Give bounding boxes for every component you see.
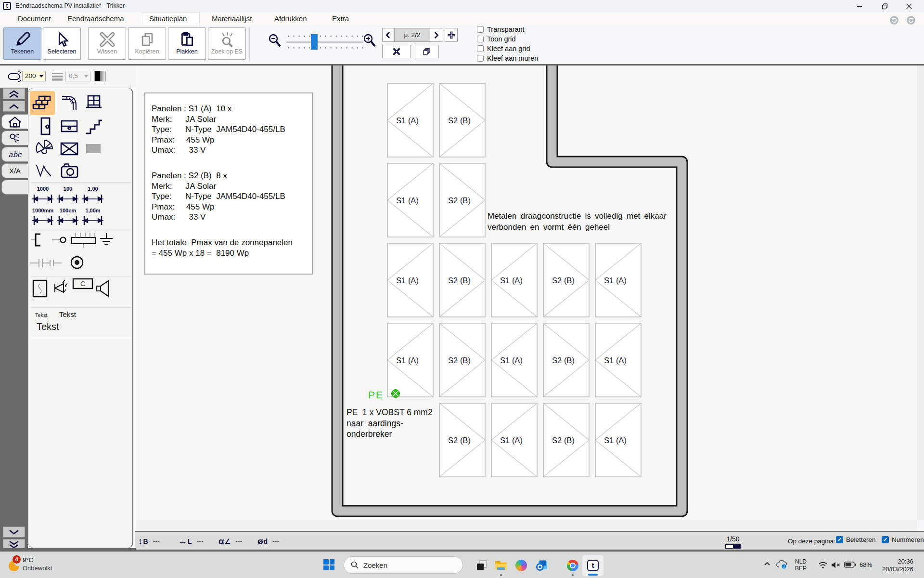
battery-icon[interactable]	[844, 562, 856, 568]
restore-button[interactable]	[873, 0, 896, 13]
solar-panel[interactable]: S2 (B)	[439, 323, 485, 397]
solar-panel[interactable]: S1 (A)	[595, 403, 641, 477]
wall-light-icon[interactable]	[29, 232, 49, 248]
text-sample-medium[interactable]: Tekst	[59, 310, 76, 318]
measure-tool-L[interactable]: ↔L---	[178, 536, 204, 547]
dimension-tool-1-00-icon[interactable]	[81, 192, 105, 205]
solar-panel[interactable]: S1 (A)	[491, 323, 537, 397]
checkbox-toon-grid[interactable]: Toon grid	[477, 35, 516, 43]
wifi-icon[interactable]	[818, 561, 828, 569]
gray-rect-icon[interactable]	[83, 140, 104, 157]
toolbar-button-tekenen[interactable]: Tekenen	[3, 27, 41, 60]
option-nummeren[interactable]: ✓Nummeren	[882, 536, 924, 543]
point-icon[interactable]	[51, 232, 68, 248]
stairs-icon[interactable]	[83, 118, 104, 135]
menu-item-eendraadschema[interactable]: Eendraadschema	[67, 14, 124, 23]
sensor-box-icon[interactable]	[31, 279, 49, 298]
start-button[interactable]	[323, 559, 334, 570]
brick-wall-icon[interactable]	[30, 91, 55, 115]
vertical-scrollbar[interactable]	[917, 66, 924, 520]
tray-expand-icon[interactable]	[763, 561, 771, 567]
menu-item-document[interactable]: Document	[18, 14, 51, 23]
menu-item-situatieplan[interactable]: Situatieplan	[149, 14, 187, 23]
volume-muted-icon[interactable]	[831, 561, 841, 569]
cabinet-icon[interactable]	[58, 117, 80, 136]
language-indicator[interactable]: NLDBEP	[795, 558, 807, 572]
capacitor-icon[interactable]	[29, 256, 63, 270]
tab-spray[interactable]	[1, 131, 28, 145]
solar-panel[interactable]: S2 (B)	[543, 243, 589, 317]
search-input[interactable]: Zoeken	[344, 556, 463, 574]
scroll-tools-top-icon[interactable]	[3, 88, 25, 99]
redo-circle-icon[interactable]	[907, 16, 915, 25]
toolbar-button-zoek-op-es[interactable]: Zoek op ES	[208, 27, 246, 60]
solar-panel[interactable]: S2 (B)	[439, 83, 485, 157]
copilot-icon[interactable]	[515, 559, 527, 572]
solar-panel[interactable]: S1 (A)	[387, 243, 433, 317]
dimension-tool-1-00m-icon[interactable]	[81, 213, 105, 227]
solar-panel[interactable]: S1 (A)	[387, 323, 433, 397]
solar-panel[interactable]: S2 (B)	[439, 403, 485, 477]
dimension-tool-1000-icon[interactable]	[31, 192, 55, 205]
close-button[interactable]	[898, 0, 920, 13]
undo-circle-icon[interactable]	[890, 16, 898, 25]
menu-item-materiaallijst[interactable]: Materiaallijst	[212, 14, 252, 23]
dimension-tool-100cm-icon[interactable]	[56, 213, 80, 227]
color-swatch[interactable]	[94, 71, 106, 81]
solar-panel[interactable]: S1 (A)	[595, 323, 641, 397]
option-beletteren[interactable]: ✓Beletteren	[836, 536, 876, 543]
menu-item-afdrukken[interactable]: Afdrukken	[274, 14, 307, 23]
freehand-line-icon[interactable]	[34, 161, 55, 180]
tab-xa[interactable]: X/A	[1, 163, 28, 178]
tab-empty[interactable]	[1, 180, 28, 195]
clock[interactable]: 20:3620/03/2026	[880, 558, 913, 573]
crossed-box-icon[interactable]	[58, 140, 80, 158]
checkbox-kleef-aan-muren[interactable]: Kleef aan muren	[477, 54, 538, 62]
door-icon[interactable]	[36, 116, 55, 137]
line-weight-select[interactable]: 0,5	[65, 71, 90, 81]
scroll-tools-down-icon[interactable]	[3, 526, 25, 538]
tab-house[interactable]	[1, 114, 28, 129]
prev-page-button[interactable]	[382, 28, 394, 42]
dimension-tool-100-icon[interactable]	[56, 192, 80, 205]
solar-panel[interactable]: S1 (A)	[387, 83, 433, 157]
drawing-canvas[interactable]: S1 (A)S2 (B)S1 (A)S2 (B)S1 (A)S2 (B)S1 (…	[136, 66, 917, 520]
checkbox-transparant[interactable]: Transparant	[477, 26, 525, 33]
toolbar-button-selecteren[interactable]: Selecteren	[43, 27, 81, 60]
wall-thickness-select[interactable]: 200	[22, 71, 46, 81]
zoom-slider[interactable]	[286, 32, 364, 52]
solar-panel[interactable]: S2 (B)	[543, 403, 589, 477]
solar-panel[interactable]: S1 (A)	[491, 403, 537, 477]
trikker-icon[interactable]: t	[587, 559, 599, 572]
ground-icon[interactable]	[98, 232, 115, 247]
fan-icon[interactable]	[34, 138, 55, 159]
letter-c-box-icon[interactable]: C	[72, 278, 94, 289]
toolbar-button-wissen[interactable]: Wissen	[88, 27, 126, 60]
duplicate-page-button[interactable]	[415, 45, 439, 58]
measure-tool-B[interactable]: ↕B---	[138, 536, 160, 547]
zoom-in-icon[interactable]	[362, 32, 377, 54]
next-page-button[interactable]	[430, 28, 442, 42]
solar-panel[interactable]: S1 (A)	[491, 243, 537, 317]
minimize-button[interactable]	[848, 0, 871, 13]
solar-panel[interactable]: S2 (B)	[439, 243, 485, 317]
dot-circle-icon[interactable]	[69, 255, 85, 270]
terminal-strip-icon[interactable]	[70, 231, 98, 249]
toolbar-button-kopiëren[interactable]: Kopiëren	[128, 27, 166, 60]
text-sample-small[interactable]: Tekst	[35, 312, 48, 318]
onedrive-icon[interactable]: i	[776, 560, 787, 569]
task-view-icon[interactable]	[475, 559, 488, 572]
horizontal-scrollbar[interactable]	[136, 520, 917, 531]
pipe-elbow-icon[interactable]	[58, 92, 80, 114]
measure-tool-∠[interactable]: α∠---	[218, 536, 242, 547]
chrome-icon[interactable]	[566, 559, 579, 572]
solar-panel[interactable]: S2 (B)	[439, 163, 485, 237]
measure-tool-d[interactable]: ød---	[257, 536, 279, 547]
speaker-icon[interactable]	[95, 279, 111, 298]
window-icon[interactable]	[83, 93, 105, 113]
scroll-tools-up-icon[interactable]	[3, 101, 25, 112]
file-explorer-icon[interactable]	[495, 559, 507, 572]
add-page-button[interactable]	[445, 28, 458, 42]
menu-item-extra[interactable]: Extra	[332, 14, 349, 23]
text-sample-large[interactable]: Tekst	[37, 321, 59, 332]
